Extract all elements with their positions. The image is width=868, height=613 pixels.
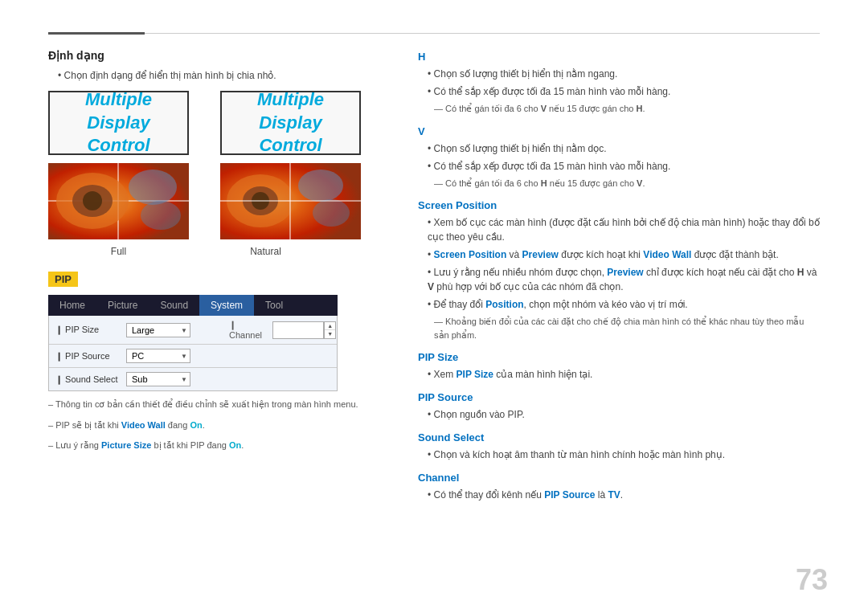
pip-source-section: PIP Source • Chọn nguồn vào PIP. [418,391,820,422]
sound-select-bullet-1: • Chọn và kích hoạt âm thanh từ màn hình… [428,447,820,462]
pip-size-bullet-1: • Xem PIP Size của màn hình hiện tại. [428,367,820,382]
channel-spin-up[interactable]: ▲ [325,322,335,331]
left-column: Định dạng • Chọn định dạng để hiển thị m… [48,49,386,589]
image-label-row: Full Natural [48,246,386,257]
v-bullet-1: • Chọn số lượng thiết bị hiển thị nằm dọ… [428,141,820,156]
top-rule [48,32,820,35]
sound-select-heading: Sound Select [418,431,820,443]
channel-section: Channel • Có thể thay đổi kênh nếu PIP S… [418,472,820,502]
on-highlight-2: On [229,440,241,450]
screen-position-bullet-3: • Lưu ý rằng nếu nhiều nhóm được chọn, P… [428,265,820,294]
pip-source-heading: PIP Source [418,391,820,403]
screen-position-heading: Screen Position [418,199,820,211]
label-full: Full [48,246,189,257]
v-section: V • Chọn số lượng thiết bị hiển thị nằm … [418,125,820,190]
pip-note-3: – Lưu ý rằng Picture Size bị tắt khi PIP… [48,439,386,453]
content-area: Định dạng • Chọn định dạng để hiển thị m… [48,49,820,589]
channel-bullet-1: • Có thể thay đổi kênh nếu PIP Source là… [428,488,820,502]
pip-table: ❙ PIP Size Large Medium Small ❙ Channel [48,316,338,391]
pip-source-row: ❙ PIP Source PC HDMI1 HDMI2 [49,345,337,368]
pip-label: PIP [48,272,78,287]
pip-menu-home[interactable]: Home [48,295,96,316]
pip-size-row: ❙ PIP Size Large Medium Small ❙ Channel [49,316,337,345]
pip-size-select-wrapper[interactable]: Large Medium Small [126,323,190,337]
page-number: 73 [796,563,828,597]
v-sub-note: Có thể gán tối đa 6 cho H nếu 15 được gá… [434,177,820,190]
h-bullet-1: • Chọn số lượng thiết bị hiển thị nằm ng… [428,67,820,81]
svg-point-7 [141,201,181,230]
h-heading: H [418,51,820,63]
channel-spin-down[interactable]: ▼ [325,330,335,338]
display-card-2: MultipleDisplayControl [220,91,361,155]
top-rule-right [145,33,820,34]
pip-sound-label: ❙ Sound Select [55,374,120,385]
screen-position-section: Screen Position • Xem bố cục các màn hìn… [418,199,820,341]
svg-point-13 [313,199,350,227]
pip-note-1: – Thông tin cơ bản cần thiết để điều chỉ… [48,398,386,412]
pip-menu-system[interactable]: System [199,295,254,316]
pip-source-select-wrapper[interactable]: PC HDMI1 HDMI2 [126,349,190,363]
screen-position-bullet-1: • Xem bố cục các màn hình (được đặt cấu … [428,215,820,244]
dinh-dang-bullet: • Chọn định dạng để hiển thị màn hình bị… [58,68,386,83]
h-sub-note: Có thể gán tối đa 6 cho V nếu 15 được gá… [434,102,820,116]
flower-natural-overlay [220,163,361,239]
v-heading: V [418,125,820,137]
display-card-1: MultipleDisplayControl [48,91,189,155]
pip-sound-select[interactable]: Sub Main [126,372,190,386]
pip-menu-tool[interactable]: Tool [254,295,294,316]
page-container: Định dạng • Chọn định dạng để hiển thị m… [0,0,868,613]
pip-menu-picture[interactable]: Picture [96,295,149,316]
pip-sound-select-wrapper[interactable]: Sub Main [126,372,190,386]
channel-number-box [272,321,324,339]
svg-point-12 [298,170,343,202]
pip-size-select[interactable]: Large Medium Small [126,323,190,337]
pip-source-bullet-1: • Chọn nguồn vào PIP. [428,407,820,422]
channel-row: ❙ Channel ▲ ▼ [213,320,336,340]
flower-natural-image [220,163,361,239]
display-card-1-text: MultipleDisplayControl [85,88,152,157]
screen-position-sub-note: Khoảng biến đổi của các cài đặt cho chế … [434,315,820,341]
dinh-dang-title: Định dạng [48,49,386,62]
pip-section: PIP Home Picture Sound System [48,268,386,453]
channel-heading: Channel [418,472,820,484]
display-card-grid: MultipleDisplayControl MultipleDisplayCo… [48,91,386,155]
on-highlight-1: On [190,420,202,430]
flower-full-image [48,163,189,239]
pip-size-section: PIP Size • Xem PIP Size của màn hình hiệ… [418,351,820,382]
screen-position-bullet-2: • Screen Position và Preview được kích h… [428,247,820,262]
pip-menu-bar: Home Picture Sound System Tool [48,295,338,316]
pip-note-2: – PIP sẽ bị tắt khi Video Wall đang On. [48,419,386,433]
picture-size-highlight: Picture Size [101,440,151,450]
pip-source-select[interactable]: PC HDMI1 HDMI2 [126,349,190,363]
video-wall-highlight: Video Wall [121,420,166,430]
h-bullet-2: • Có thể sắp xếp được tối đa 15 màn hình… [428,84,820,99]
dinh-dang-section: Định dạng • Chọn định dạng để hiển thị m… [48,49,386,257]
top-rule-left [48,32,145,35]
channel-label: ❙ Channel [229,320,268,340]
v-bullet-2: • Có thể sắp xếp được tối đa 15 màn hình… [428,159,820,174]
sound-select-section: Sound Select • Chọn và kích hoạt âm than… [418,431,820,462]
pip-sound-row: ❙ Sound Select Sub Main [49,368,337,390]
display-card-2-text: MultipleDisplayControl [257,88,324,157]
h-section: H • Chọn số lượng thiết bị hiển thị nằm … [418,51,820,116]
pip-menu-sound[interactable]: Sound [149,295,199,316]
screen-position-bullet-4: • Để thay đổi Position, chọn một nhóm và… [428,297,820,312]
pip-size-label: ❙ PIP Size [55,325,120,335]
svg-point-6 [129,170,177,205]
svg-point-5 [83,191,102,210]
right-column: H • Chọn số lượng thiết bị hiển thị nằm … [418,49,820,589]
pip-source-label: ❙ PIP Source [55,351,120,362]
pip-size-heading: PIP Size [418,351,820,363]
label-natural: Natural [195,246,336,257]
channel-spin-box[interactable]: ▲ ▼ [324,321,336,339]
flower-image-grid [48,163,386,239]
flower-full-overlay [48,163,189,239]
